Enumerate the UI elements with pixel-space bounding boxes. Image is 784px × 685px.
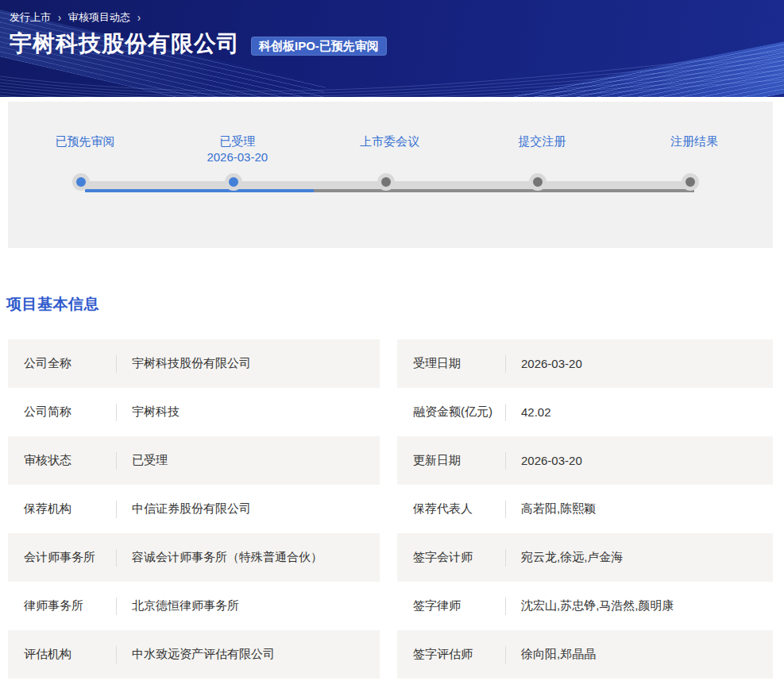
timeline-step-dot [682, 173, 699, 191]
timeline-step: 已受理2026-03-20 [170, 134, 305, 165]
info-row: 融资金额(亿元)42.02 [397, 388, 773, 436]
timeline-step-date: 2026-03-20 [170, 149, 305, 165]
timeline-step-dot [72, 173, 90, 191]
info-row-value: 北京德恒律师事务所 [117, 598, 239, 613]
section-title-basic-info: 项目基本信息 [6, 294, 99, 315]
info-row-label: 签字律师 [413, 598, 505, 613]
info-row-label: 签字评估师 [413, 647, 505, 662]
info-row-value: 中水致远资产评估有限公司 [117, 647, 275, 662]
timeline-step: 提交注册 [474, 134, 609, 149]
info-table-left-column: 公司全称宇树科技股份有限公司公司简称宇树科技审核状态已受理保荐机构中信证券股份有… [8, 339, 380, 679]
timeline-step: 上市委会议 [322, 134, 458, 149]
timeline-step-dot [377, 173, 395, 191]
timeline-step-label: 上市委会议 [322, 134, 458, 149]
info-row: 公司全称宇树科技股份有限公司 [8, 339, 380, 388]
status-badge: 科创板IPO-已预先审阅 [251, 37, 387, 56]
ipo-project-page: 发行上市 › 审核项目动态 › 宇树科技股份有限公司 科创板IPO-已预先审阅 … [0, 0, 784, 685]
info-row: 保荐机构中信证券股份有限公司 [8, 485, 380, 533]
timeline-step: 注册结果 [627, 134, 762, 149]
info-row: 受理日期2026-03-20 [397, 339, 773, 388]
info-row: 审核状态已受理 [8, 436, 380, 485]
info-row-label: 审核状态 [24, 453, 116, 468]
chevron-right-icon: › [137, 11, 141, 24]
info-row-value: 42.02 [506, 405, 551, 419]
info-row: 保荐代表人高若阳,陈熙颖 [397, 485, 773, 533]
info-row-label: 受理日期 [413, 356, 505, 371]
info-row: 签字律师沈宏山,苏忠铮,马浩然,颜明康 [397, 582, 773, 630]
info-row: 签字会计师宛云龙,徐远,卢金海 [397, 533, 773, 582]
info-row: 评估机构中水致远资产评估有限公司 [8, 630, 380, 679]
info-row: 律师事务所北京德恒律师事务所 [8, 582, 380, 630]
timeline-step-label: 注册结果 [627, 134, 762, 149]
breadcrumb-item-review-project-news[interactable]: 审核项目动态 [68, 10, 130, 25]
info-row-value: 2026-03-20 [506, 357, 582, 370]
info-row-label: 公司全称 [24, 356, 116, 371]
info-row-value: 容诚会计师事务所（特殊普通合伙） [117, 550, 322, 565]
info-row-value: 中信证券股份有限公司 [117, 501, 251, 517]
info-row-label: 评估机构 [24, 647, 116, 662]
info-row-label: 保荐机构 [24, 501, 116, 517]
info-row-label: 融资金额(亿元) [413, 404, 505, 420]
info-row: 公司简称宇树科技 [8, 388, 380, 436]
info-row-label: 更新日期 [413, 453, 505, 468]
timeline-step: 已预先审阅 [17, 134, 153, 149]
chevron-right-icon: › [58, 11, 61, 24]
review-progress-timeline: 已预先审阅已受理2026-03-20上市委会议提交注册注册结果 [8, 102, 773, 248]
page-title: 宇树科技股份有限公司 [10, 29, 240, 59]
timeline-step-dot [225, 173, 242, 191]
timeline-line-active [85, 189, 314, 192]
info-row-value: 2026-03-20 [506, 454, 582, 467]
info-row-value: 高若阳,陈熙颖 [506, 501, 596, 517]
info-row-label: 签字会计师 [413, 550, 505, 565]
breadcrumb: 发行上市 › 审核项目动态 › [10, 10, 141, 25]
breadcrumb-item-issue-listing[interactable]: 发行上市 [10, 10, 51, 25]
timeline-step-label: 已预先审阅 [17, 134, 153, 149]
info-row: 更新日期2026-03-20 [397, 436, 773, 485]
info-row: 会计师事务所容诚会计师事务所（特殊普通合伙） [8, 533, 380, 582]
info-row-value: 宇树科技 [117, 404, 180, 420]
info-row-label: 会计师事务所 [24, 550, 116, 565]
header-banner: 发行上市 › 审核项目动态 › 宇树科技股份有限公司 科创板IPO-已预先审阅 [0, 0, 784, 97]
info-row-label: 公司简称 [24, 404, 116, 420]
title-row: 宇树科技股份有限公司 科创板IPO-已预先审阅 [10, 29, 387, 59]
info-row-label: 律师事务所 [24, 598, 116, 613]
info-row-value: 沈宏山,苏忠铮,马浩然,颜明康 [506, 598, 674, 613]
info-table-right-column: 受理日期2026-03-20融资金额(亿元)42.02更新日期2026-03-2… [397, 339, 773, 679]
timeline-step-label: 提交注册 [474, 134, 609, 149]
info-row-label: 保荐代表人 [413, 501, 505, 517]
info-row-value: 宛云龙,徐远,卢金海 [506, 550, 623, 565]
info-row-value: 宇树科技股份有限公司 [117, 356, 251, 371]
info-row-value: 已受理 [117, 453, 168, 468]
info-row: 签字评估师徐向阳,郑晶晶 [397, 630, 773, 679]
timeline-step-label: 已受理 [170, 134, 305, 149]
info-row-value: 徐向阳,郑晶晶 [506, 647, 596, 662]
